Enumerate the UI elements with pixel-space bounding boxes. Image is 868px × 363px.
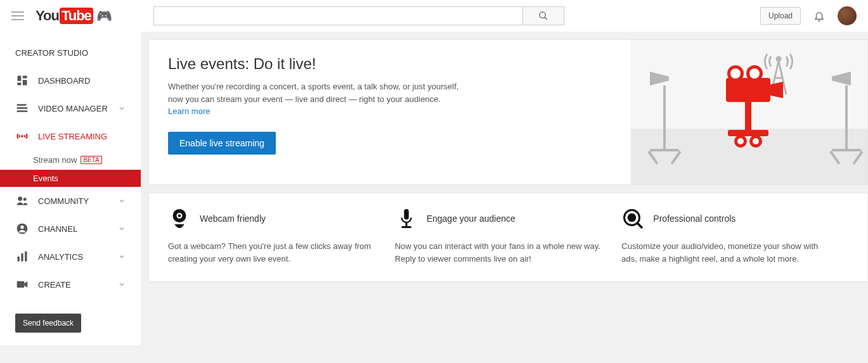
hero-desc-text: Whether you're recording a concert, a sp… xyxy=(168,82,458,104)
community-icon xyxy=(15,194,29,208)
sidebar-item-video-manager[interactable]: VIDEO MANAGER xyxy=(0,94,141,122)
gaming-icon: 🎮 xyxy=(96,8,112,23)
svg-rect-16 xyxy=(21,253,23,262)
video-manager-icon xyxy=(15,101,29,115)
sidebar-item-create[interactable]: CREATE xyxy=(0,271,141,298)
logo-text-tube: Tube xyxy=(60,8,93,24)
chevron-down-icon xyxy=(118,197,126,205)
hero-description: Whether you're recording a concert, a sp… xyxy=(168,80,460,118)
svg-rect-8 xyxy=(17,110,28,112)
features-panel: Webcam friendly Got a webcam? Then you'r… xyxy=(148,193,868,282)
svg-rect-3 xyxy=(23,76,27,79)
webcam-icon xyxy=(168,207,191,230)
sidebar-item-community[interactable]: COMMUNITY xyxy=(0,187,141,215)
sidebar-title: CREATOR STUDIO xyxy=(0,44,141,67)
sidebar-item-analytics[interactable]: ANALYTICS xyxy=(0,243,141,271)
youtube-logo[interactable]: You Tube 🎮 xyxy=(36,8,112,24)
search-form xyxy=(153,6,564,25)
svg-rect-18 xyxy=(17,281,25,288)
notifications-icon[interactable] xyxy=(813,10,825,22)
create-icon xyxy=(15,277,29,291)
sidebar-item-label: CREATE xyxy=(38,280,118,290)
svg-point-10 xyxy=(21,135,23,137)
sidebar-item-channel[interactable]: CHANNEL xyxy=(0,215,141,243)
svg-point-20 xyxy=(777,57,781,61)
feature-engage: Engage your audience Now you can interac… xyxy=(395,206,622,265)
feature-webcam: Webcam friendly Got a webcam? Then you'r… xyxy=(168,206,395,265)
sidebar-sub-events[interactable]: Events xyxy=(0,170,141,187)
svg-rect-15 xyxy=(18,257,20,262)
svg-rect-7 xyxy=(17,107,28,109)
hero-text: Live events: Do it live! Whether you're … xyxy=(149,40,631,184)
live-streaming-icon xyxy=(15,129,29,143)
sidebar-item-label: VIDEO MANAGER xyxy=(38,104,118,113)
svg-marker-19 xyxy=(24,281,27,288)
svg-rect-2 xyxy=(18,76,22,81)
send-feedback-button[interactable]: Send feedback xyxy=(15,314,81,333)
sidebar-item-label: COMMUNITY xyxy=(38,196,118,206)
logo-text-you: You xyxy=(36,8,59,24)
sidebar-sub-label: Events xyxy=(33,174,58,183)
hero-illustration xyxy=(631,40,867,184)
sidebar-item-label: ANALYTICS xyxy=(38,252,118,262)
enable-live-streaming-button[interactable]: Enable live streaming xyxy=(168,132,276,155)
svg-rect-5 xyxy=(18,82,22,85)
sidebar-item-live-streaming[interactable]: LIVE STREAMING xyxy=(0,122,141,150)
chevron-down-icon xyxy=(118,105,126,112)
svg-rect-26 xyxy=(401,226,411,228)
sidebar-item-label: LIVE STREAMING xyxy=(38,132,126,141)
feature-desc: Now you can interact with your fans in a… xyxy=(395,240,603,265)
dashboard-icon xyxy=(15,73,29,87)
svg-rect-6 xyxy=(17,104,28,106)
header: You Tube 🎮 Upload xyxy=(0,0,868,32)
analytics-icon xyxy=(15,250,29,264)
chevron-down-icon xyxy=(118,281,126,288)
menu-icon[interactable] xyxy=(11,11,24,20)
svg-point-0 xyxy=(540,12,545,18)
upload-button[interactable]: Upload xyxy=(760,7,801,25)
feature-desc: Customize your audio/video, monetize you… xyxy=(621,240,829,265)
search-input[interactable] xyxy=(153,6,523,25)
hero-title: Live events: Do it live! xyxy=(168,55,612,73)
svg-rect-17 xyxy=(25,252,27,262)
avatar[interactable] xyxy=(838,6,857,25)
svg-point-11 xyxy=(18,196,22,201)
sidebar-item-dashboard[interactable]: DASHBOARD xyxy=(0,67,141,94)
chevron-down-icon xyxy=(118,253,126,260)
learn-more-link[interactable]: Learn more xyxy=(168,106,210,116)
svg-point-23 xyxy=(178,214,181,217)
search-button[interactable] xyxy=(523,6,564,25)
svg-line-1 xyxy=(545,17,547,20)
channel-icon xyxy=(15,222,29,236)
svg-point-14 xyxy=(20,226,23,229)
sidebar-item-label: DASHBOARD xyxy=(38,76,126,86)
feature-title: Professional controls xyxy=(653,213,735,224)
sidebar-item-label: CHANNEL xyxy=(38,224,118,234)
beta-badge: BETA xyxy=(81,156,101,164)
sidebar-sub-label: Stream now xyxy=(33,155,77,165)
svg-rect-24 xyxy=(404,209,409,220)
header-right: Upload xyxy=(760,6,857,25)
sidebar-sub-stream-now[interactable]: Stream now BETA xyxy=(0,150,141,170)
svg-point-12 xyxy=(23,198,27,201)
sidebar: CREATOR STUDIO DASHBOARD VIDEO MANAGER L… xyxy=(0,32,141,345)
hero-panel: Live events: Do it live! Whether you're … xyxy=(148,39,868,185)
feature-title: Webcam friendly xyxy=(200,213,266,224)
content: Live events: Do it live! Whether you're … xyxy=(141,32,868,345)
feature-title: Engage your audience xyxy=(427,213,515,224)
svg-rect-4 xyxy=(23,80,27,85)
chevron-down-icon xyxy=(118,225,126,232)
search-icon xyxy=(538,11,548,21)
feature-controls: Professional controls Customize your aud… xyxy=(621,206,848,265)
svg-rect-25 xyxy=(405,222,407,226)
controls-icon xyxy=(621,207,644,230)
svg-point-28 xyxy=(628,213,637,222)
feature-desc: Got a webcam? Then you're just a few cli… xyxy=(168,240,376,265)
microphone-icon xyxy=(395,207,418,230)
